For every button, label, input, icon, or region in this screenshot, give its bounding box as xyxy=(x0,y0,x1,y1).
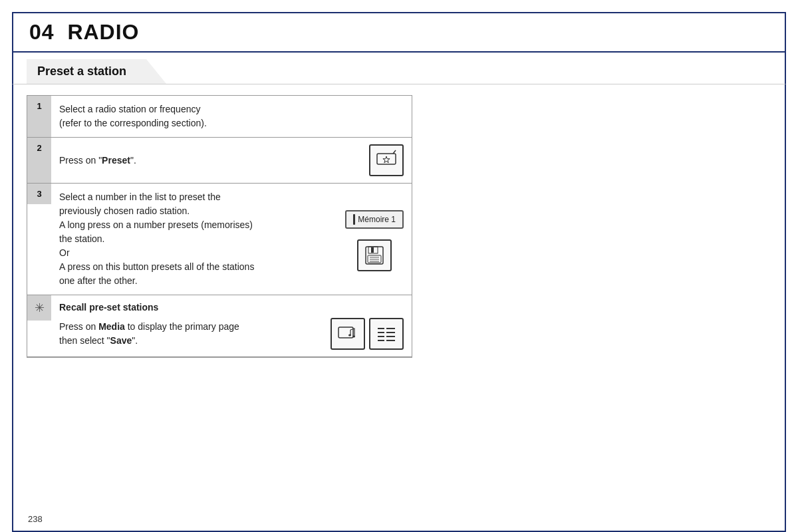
step-2-icon-area xyxy=(369,144,404,176)
section-title-inner: Preset a station xyxy=(27,59,166,84)
list-menu-icon xyxy=(369,318,404,350)
step-2-number-cell: 2 xyxy=(27,138,51,183)
page-number: 238 xyxy=(27,510,771,524)
step-3-number-cell: 3 xyxy=(27,184,51,204)
step-1-number: 1 xyxy=(37,101,41,111)
tip-row: ✳ Recall pre-set stations Press on Media… xyxy=(27,295,412,357)
save-svg-icon xyxy=(362,243,386,267)
svg-point-13 xyxy=(352,336,355,338)
step-3-content: Select a number in the list to preset th… xyxy=(51,184,412,295)
step-2-row: 2 Press on "Preset". xyxy=(27,138,412,184)
tip-star-icon: ✳ xyxy=(35,301,45,315)
step-3-number: 3 xyxy=(37,189,41,199)
step-1-number-cell: 1 xyxy=(27,96,51,137)
step-1-content: Select a radio station or frequency (ref… xyxy=(51,96,412,137)
tip-icon-cell: ✳ xyxy=(27,295,51,321)
steps-container: 1 Select a radio station or frequency (r… xyxy=(27,95,412,358)
memory-button-bar xyxy=(353,214,355,225)
svg-point-12 xyxy=(348,334,351,336)
step-3-text: Select a number in the list to preset th… xyxy=(59,190,337,288)
memory-button-label: Mémoire 1 xyxy=(358,215,396,224)
step-2-text: Press on "Preset". xyxy=(59,154,361,168)
chapter-title: 04 RADIO xyxy=(29,20,139,45)
chapter-header: 04 RADIO xyxy=(12,12,786,53)
section-title-bar: Preset a station xyxy=(12,53,786,84)
preset-button-icon xyxy=(369,144,404,176)
media-button-icon xyxy=(331,318,365,350)
tip-body-text: Press on Media to display the primary pa… xyxy=(59,320,323,348)
preset-svg-icon xyxy=(374,148,398,172)
save-button-icon xyxy=(357,239,392,271)
tip-icons xyxy=(331,318,404,350)
tip-body: Press on Media to display the primary pa… xyxy=(59,318,404,350)
chapter-number: 04 xyxy=(29,20,55,44)
memory-button: Mémoire 1 xyxy=(345,210,404,229)
media-svg-icon xyxy=(336,322,360,346)
main-content: 1 Select a radio station or frequency (r… xyxy=(12,84,786,532)
step-2-content: Press on "Preset". xyxy=(51,138,412,183)
step-1-text: Select a radio station or frequency (ref… xyxy=(59,102,404,130)
tip-title: Recall pre-set stations xyxy=(59,302,404,313)
svg-rect-4 xyxy=(371,247,374,253)
step-3-row: 3 Select a number in the list to preset … xyxy=(27,184,412,295)
page-wrapper: 04 RADIO Preset a station 1 Select a rad… xyxy=(0,0,798,532)
step-3-icon-area: Mémoire 1 xyxy=(345,210,404,271)
tip-content: Recall pre-set stations Press on Media t… xyxy=(51,295,412,356)
step-1-row: 1 Select a radio station or frequency (r… xyxy=(27,96,412,138)
chapter-name: RADIO xyxy=(67,20,139,44)
section-title: Preset a station xyxy=(37,65,126,78)
step-2-number: 2 xyxy=(37,143,41,153)
list-svg-icon xyxy=(374,322,398,346)
svg-rect-9 xyxy=(338,327,353,338)
